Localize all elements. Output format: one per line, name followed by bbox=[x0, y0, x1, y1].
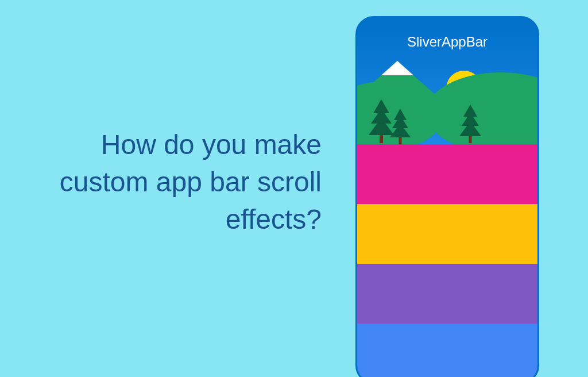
appbar-title: SliverAppBar bbox=[357, 34, 537, 50]
list-item bbox=[357, 204, 537, 264]
phone-mockup: SliverAppBar bbox=[355, 16, 539, 377]
list-item bbox=[357, 324, 537, 377]
tree-icon bbox=[458, 98, 482, 143]
tree-icon bbox=[389, 104, 412, 144]
list-item bbox=[357, 144, 537, 204]
sliver-app-bar: SliverAppBar bbox=[357, 18, 537, 144]
list-item bbox=[357, 264, 537, 324]
question-text: How do you make custom app bar scroll ef… bbox=[23, 126, 322, 238]
snow-cap-icon bbox=[381, 61, 413, 75]
